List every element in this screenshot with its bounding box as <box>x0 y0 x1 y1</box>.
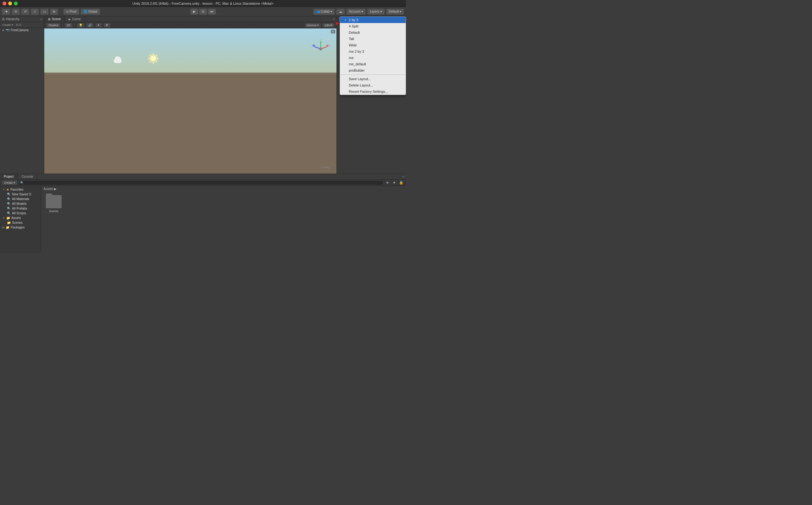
traffic-lights <box>3 2 18 5</box>
effects-button[interactable]: ✦ <box>95 23 102 28</box>
pivot-icon: ⊙ <box>66 10 69 13</box>
hierarchy-icon: ☰ <box>2 17 5 21</box>
asset-search[interactable] <box>19 180 383 185</box>
star-icon[interactable]: ★ <box>391 180 397 186</box>
search-icon: 🔍 <box>7 207 11 210</box>
dropdown-item-me[interactable]: me <box>340 54 406 61</box>
minimize-button[interactable] <box>8 2 12 5</box>
2d-button[interactable]: 2D <box>65 23 73 28</box>
folder-icon-scenes: 📁 <box>7 221 11 224</box>
sun-object <box>148 54 158 63</box>
hand-tool[interactable]: ☚ <box>2 9 10 15</box>
scale-tool[interactable]: ⤢ <box>31 9 39 15</box>
play-controls: ▶ ⏸ ⏭ <box>190 9 216 15</box>
hierarchy-item-freecamera[interactable]: ▶ 📷 FreeCamera <box>0 28 44 32</box>
dropdown-item-default[interactable]: Default <box>340 29 406 36</box>
cloud-icon: ☁ <box>339 10 342 13</box>
step-button[interactable]: ⏭ <box>208 9 216 15</box>
rect-tool[interactable]: ▭ <box>40 9 49 15</box>
dropdown-item-tall[interactable]: Tall <box>340 36 406 42</box>
tree-item-packages[interactable]: ▶ 📁 Packages <box>0 225 41 230</box>
check-icon: ✓ <box>344 18 349 21</box>
scene-close-btn[interactable]: ✕ <box>331 30 335 33</box>
hierarchy-header: ☰ Hierarchy ≡ <box>0 16 44 22</box>
eye-icon[interactable]: 👁 <box>384 180 390 186</box>
tree-item-favorites[interactable]: ▼ ★ Favorites <box>0 187 41 192</box>
collab-icon: 👥 <box>316 10 320 13</box>
default-layout-button[interactable]: Default ▾ <box>386 9 404 15</box>
create-assets-button[interactable]: Create ▾ <box>2 180 17 185</box>
arrow-indicator <box>336 21 339 25</box>
svg-marker-1 <box>326 44 328 46</box>
tree-arrow-packages: ▶ <box>3 226 4 229</box>
cloud-button[interactable]: ☁ <box>336 9 345 15</box>
tab-project[interactable]: Project <box>0 174 18 180</box>
tree-item-all-materials[interactable]: 🔍 All Materials <box>0 197 41 201</box>
pivot-button[interactable]: ⊙ Pivot <box>63 9 79 15</box>
dropdown-save-layout[interactable]: Save Layout... <box>340 76 406 82</box>
dropdown-item-me-default[interactable]: me_default <box>340 61 406 67</box>
hierarchy-options[interactable]: ≡ <box>40 18 42 21</box>
center-panel: ⊞ Scene ▶ Game ≡ Shaded 2D 💡 🔊 ✦ 👁 Gizmo… <box>44 16 337 174</box>
maximize-button[interactable] <box>14 2 18 5</box>
collab-button[interactable]: 👥 Collab ▾ <box>313 9 335 15</box>
gizmos-dropdown[interactable]: Gizmos ▾ <box>305 23 321 28</box>
move-tool[interactable]: ✛ <box>12 9 20 15</box>
toolbar-sep2 <box>75 23 75 27</box>
scenes-folder[interactable]: Scenes <box>44 195 63 213</box>
lock-icon[interactable]: 🔒 <box>398 180 404 186</box>
dropdown-item-4split[interactable]: 4 Split <box>340 23 406 29</box>
shaded-dropdown[interactable]: Shaded <box>46 23 61 28</box>
dropdown-item-wide[interactable]: Wide <box>340 42 406 48</box>
tree-item-scenes[interactable]: 📁 Scenes <box>0 220 41 225</box>
dropdown-delete-layout[interactable]: Delete Layout... <box>340 82 406 89</box>
assets-breadcrumb: Assets ▶ <box>41 186 406 192</box>
global-icon: 🌐 <box>84 10 87 13</box>
account-button[interactable]: Account ▾ <box>346 9 366 15</box>
scene-tab-icon: ⊞ <box>48 18 50 21</box>
svg-point-9 <box>319 47 322 50</box>
dropdown-sep <box>340 74 406 75</box>
lights-button[interactable]: 💡 <box>77 23 85 28</box>
panel-options[interactable]: ≡ <box>402 175 406 178</box>
tree-item-assets[interactable]: ▼ 📁 Assets <box>0 215 41 220</box>
game-tab-icon: ▶ <box>69 18 71 21</box>
search-icon: 🔍 <box>7 197 11 201</box>
dropdown-revert-factory[interactable]: Revert Factory Settings... <box>340 89 406 95</box>
pause-button[interactable]: ⏸ <box>199 9 207 15</box>
combined-tool[interactable]: ⊕ <box>50 9 58 15</box>
close-button[interactable] <box>3 2 6 5</box>
tree-item-new-saved[interactable]: 🔍 New Saved S <box>0 192 41 197</box>
tree-item-all-scripts[interactable]: 🔍 All Scripts <box>0 211 41 215</box>
view-tabs: ⊞ Scene ▶ Game ≡ <box>44 16 337 22</box>
bottom-tabs: Project Console ≡ <box>0 174 406 180</box>
view-options[interactable]: ≡ <box>333 18 337 21</box>
tree-item-all-models[interactable]: 🔍 All Models <box>0 201 41 206</box>
play-button[interactable]: ▶ <box>190 9 199 15</box>
favorites-star-icon: ★ <box>6 188 9 191</box>
folder-icon-packages: 📁 <box>6 226 9 229</box>
layers-button[interactable]: Layers ▾ <box>367 9 385 15</box>
rotate-tool[interactable]: ↺ <box>21 9 29 15</box>
dropdown-item-me2by3[interactable]: me 2 by 3 <box>340 48 406 54</box>
tree-item-all-prefabs[interactable]: 🔍 All Prefabs <box>0 206 41 211</box>
cloud-object <box>114 58 122 63</box>
create-button[interactable]: Create ▾ <box>1 23 14 26</box>
tab-scene[interactable]: ⊞ Scene <box>44 16 65 22</box>
svg-text:X: X <box>329 44 330 47</box>
search-all[interactable]: Q⊞All <box>322 23 335 28</box>
global-button[interactable]: 🌐 Global <box>81 9 100 15</box>
folder-label: Scenes <box>49 209 59 213</box>
audio-button[interactable]: 🔊 <box>86 23 94 28</box>
search-shortcut: ⌘All <box>15 23 21 26</box>
scene-visibility[interactable]: 👁 <box>103 23 111 28</box>
tab-game[interactable]: ▶ Game <box>65 16 85 22</box>
window-title: Unity 2018.2.6f1 (64bit) - FreeCamera.un… <box>132 2 273 5</box>
folder-icon: 📁 <box>6 216 10 220</box>
scene-viewport[interactable]: X Y Z ✕ < Persp <box>44 28 337 174</box>
search-icon: 🔍 <box>7 211 11 215</box>
tab-console[interactable]: Console <box>18 174 37 180</box>
dropdown-item-2by3[interactable]: ✓ 2 by 3 <box>340 17 406 23</box>
dropdown-item-probuilder[interactable]: proBuilder <box>340 67 406 73</box>
search-icon: 🔍 <box>7 192 11 196</box>
